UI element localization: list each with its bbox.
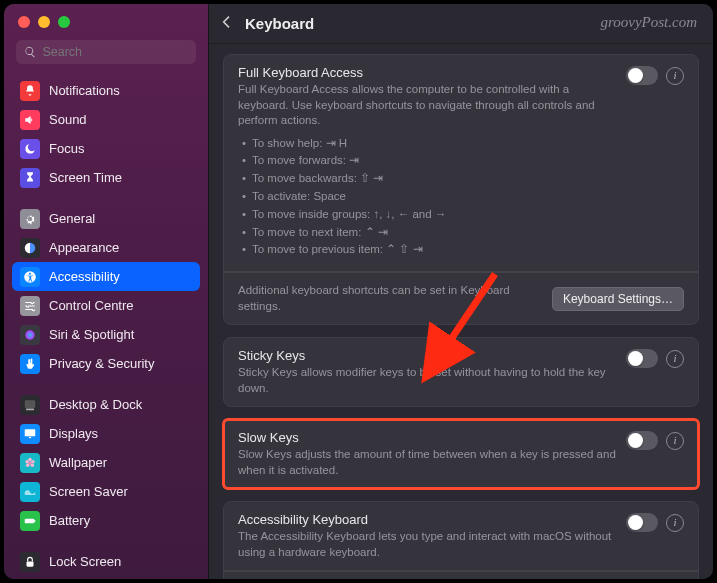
sidebar-list: NotificationsSoundFocusScreen TimeGenera…: [4, 74, 208, 579]
acc-keyboard-toggle[interactable]: [626, 513, 658, 532]
full-access-title: Full Keyboard Access: [238, 65, 616, 80]
sidebar-item-label: Sound: [49, 112, 87, 127]
sticky-keys-title: Sticky Keys: [238, 348, 616, 363]
sidebar-item-label: Desktop & Dock: [49, 397, 142, 412]
search-field[interactable]: [16, 40, 196, 64]
svg-rect-3: [25, 400, 36, 408]
keyboard-settings-button[interactable]: Keyboard Settings…: [552, 287, 684, 311]
sticky-keys-card: Sticky Keys Sticky Keys allows modifier …: [223, 337, 699, 407]
shortcut-item: To activate: Space: [238, 188, 616, 206]
sidebar-item-label: Control Centre: [49, 298, 134, 313]
close-button[interactable]: [18, 16, 30, 28]
back-button[interactable]: [219, 14, 235, 33]
page-title: Keyboard: [245, 15, 314, 32]
sidebar-item-label: Battery: [49, 513, 90, 528]
gear-icon: [20, 209, 40, 229]
content-scroll[interactable]: Full Keyboard Access Full Keyboard Acces…: [209, 44, 713, 579]
siri-icon: [20, 325, 40, 345]
acc-keyboard-desc: The Accessibility Keyboard lets you type…: [238, 529, 616, 560]
lock-icon: [20, 552, 40, 572]
full-access-info-button[interactable]: i: [666, 67, 684, 85]
sidebar-item-label: General: [49, 211, 95, 226]
keyboard-settings-hint: Additional keyboard shortcuts can be set…: [238, 283, 542, 314]
svg-rect-4: [26, 408, 34, 410]
sticky-keys-desc: Sticky Keys allows modifier keys to be s…: [238, 365, 616, 396]
slow-keys-card: Slow Keys Slow Keys adjusts the amount o…: [223, 419, 699, 489]
svg-point-12: [25, 460, 29, 464]
slow-keys-info-button[interactable]: i: [666, 432, 684, 450]
bell-icon: [20, 81, 40, 101]
acc-keyboard-info-button[interactable]: i: [666, 514, 684, 532]
watermark: groovyPost.com: [600, 14, 697, 31]
svg-point-8: [28, 457, 32, 461]
sidebar-item-label: Displays: [49, 426, 98, 441]
sidebar-item-label: Screen Saver: [49, 484, 128, 499]
sidebar-item-screen-time[interactable]: Screen Time: [12, 163, 200, 192]
full-access-toggle[interactable]: [626, 66, 658, 85]
screensaver-icon: [20, 482, 40, 502]
sidebar-item-appearance[interactable]: Appearance: [12, 233, 200, 262]
svg-point-2: [25, 330, 34, 339]
display-icon: [20, 424, 40, 444]
svg-rect-15: [34, 519, 35, 521]
sidebar-item-control-centre[interactable]: Control Centre: [12, 291, 200, 320]
sidebar-item-privacy-security[interactable]: Privacy & Security: [12, 349, 200, 378]
slow-keys-title: Slow Keys: [238, 430, 616, 445]
sidebar-item-focus[interactable]: Focus: [12, 134, 200, 163]
hand-icon: [20, 354, 40, 374]
accessibility-keyboard-card: Accessibility Keyboard The Accessibility…: [223, 501, 699, 579]
sidebar-item-label: Screen Time: [49, 170, 122, 185]
shortcut-item: To move forwards: ⇥: [238, 152, 616, 170]
slow-keys-desc: Slow Keys adjusts the amount of time bet…: [238, 447, 616, 478]
speaker-icon: [20, 110, 40, 130]
sidebar-item-desktop-dock[interactable]: Desktop & Dock: [12, 390, 200, 419]
sidebar-item-label: Siri & Spotlight: [49, 327, 134, 342]
maximize-button[interactable]: [58, 16, 70, 28]
hourglass-icon: [20, 168, 40, 188]
svg-point-10: [31, 463, 34, 467]
full-keyboard-access-card: Full Keyboard Access Full Keyboard Acces…: [223, 54, 699, 325]
minimize-button[interactable]: [38, 16, 50, 28]
sidebar-item-lock-screen[interactable]: Lock Screen: [12, 547, 200, 576]
shortcut-item: To move to next item: ⌃ ⇥: [238, 224, 616, 242]
sticky-keys-toggle[interactable]: [626, 349, 658, 368]
system-settings-window: NotificationsSoundFocusScreen TimeGenera…: [4, 4, 713, 579]
acc-keyboard-title: Accessibility Keyboard: [238, 512, 616, 527]
sidebar-item-label: Focus: [49, 141, 84, 156]
sidebar-item-screen-saver[interactable]: Screen Saver: [12, 477, 200, 506]
sidebar-item-wallpaper[interactable]: Wallpaper: [12, 448, 200, 477]
sidebar-item-label: Lock Screen: [49, 554, 121, 569]
svg-rect-6: [29, 436, 31, 437]
sidebar-item-displays[interactable]: Displays: [12, 419, 200, 448]
sidebar-item-accessibility[interactable]: Accessibility: [12, 262, 200, 291]
sidebar-item-label: Appearance: [49, 240, 119, 255]
battery-icon: [20, 511, 40, 531]
sticky-keys-info-button[interactable]: i: [666, 350, 684, 368]
sidebar-item-label: Privacy & Security: [49, 356, 154, 371]
sidebar-item-label: Notifications: [49, 83, 120, 98]
svg-point-9: [31, 460, 35, 464]
shortcut-item: To show help: ⇥ H: [238, 135, 616, 153]
flower-icon: [20, 453, 40, 473]
svg-point-1: [29, 272, 31, 274]
shortcut-item: To move to previous item: ⌃ ⇧ ⇥: [238, 241, 616, 259]
svg-rect-14: [25, 518, 34, 523]
full-access-desc: Full Keyboard Access allows the computer…: [238, 82, 616, 129]
sidebar-item-sound[interactable]: Sound: [12, 105, 200, 134]
svg-point-11: [26, 463, 30, 467]
moon-icon: [20, 139, 40, 159]
sliders-icon: [20, 296, 40, 316]
sidebar-item-siri-spotlight[interactable]: Siri & Spotlight: [12, 320, 200, 349]
window-controls: [4, 4, 208, 36]
search-input[interactable]: [42, 45, 188, 59]
shortcut-item: To move backwards: ⇧ ⇥: [238, 170, 616, 188]
appearance-icon: [20, 238, 40, 258]
sidebar-item-general[interactable]: General: [12, 204, 200, 233]
slow-keys-toggle[interactable]: [626, 431, 658, 450]
sidebar-item-notifications[interactable]: Notifications: [12, 76, 200, 105]
sidebar: NotificationsSoundFocusScreen TimeGenera…: [4, 4, 209, 579]
shortcut-item: To move inside groups: ↑, ↓, ← and →: [238, 206, 616, 224]
sidebar-item-battery[interactable]: Battery: [12, 506, 200, 535]
search-icon: [24, 45, 36, 59]
sidebar-item-label: Accessibility: [49, 269, 120, 284]
